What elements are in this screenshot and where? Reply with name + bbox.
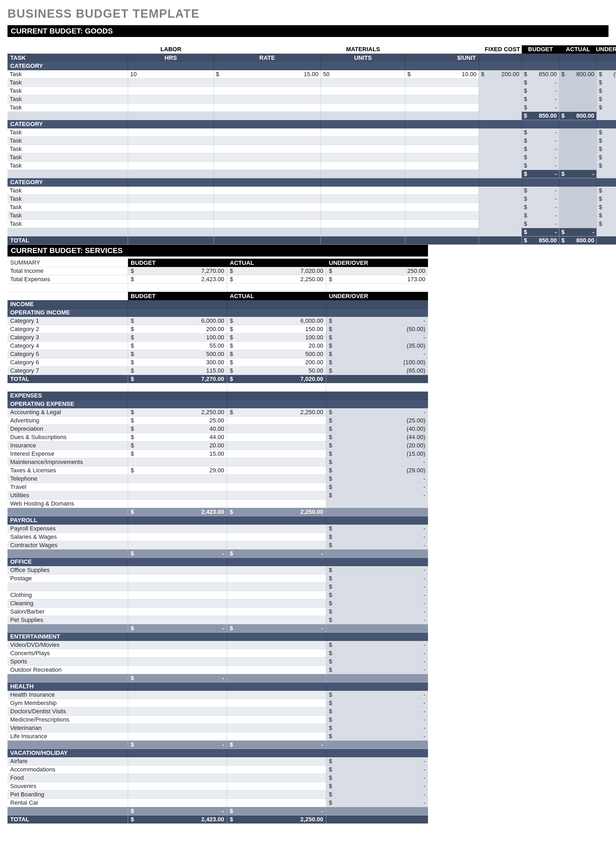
goods-actual[interactable]: $800.00 [559,70,597,79]
goods-task[interactable]: Task [8,203,128,212]
goods-units[interactable] [321,220,405,228]
exp-actual[interactable] [227,774,326,782]
exp-actual[interactable] [227,583,326,591]
goods-rate[interactable] [214,87,321,95]
exp-budget[interactable] [128,732,227,741]
exp-budget[interactable] [128,599,227,608]
goods-task[interactable]: Task [8,145,128,153]
exp-actual[interactable] [227,475,326,483]
income-budget[interactable]: $300.00 [128,358,227,367]
goods-units[interactable] [321,162,405,170]
goods-hrs[interactable] [128,79,214,87]
goods-units[interactable] [321,153,405,162]
exp-actual[interactable] [227,416,326,425]
goods-punit[interactable] [405,137,479,145]
exp-actual[interactable] [227,591,326,599]
goods-fixed[interactable] [479,145,522,153]
goods-rate[interactable] [214,137,321,145]
exp-budget[interactable]: $2,250.00 [128,408,227,416]
income-budget[interactable]: $500.00 [128,350,227,358]
goods-punit[interactable] [405,220,479,228]
exp-budget[interactable] [128,583,227,591]
income-budget[interactable]: $115.00 [128,367,227,375]
goods-task[interactable]: Task [8,137,128,145]
goods-hrs[interactable] [128,153,214,162]
goods-actual[interactable] [559,153,597,162]
goods-punit[interactable] [405,195,479,203]
exp-budget[interactable] [128,708,227,716]
goods-actual[interactable] [559,145,597,153]
goods-fixed[interactable] [479,137,522,145]
exp-budget[interactable] [128,757,227,766]
goods-actual[interactable] [559,162,597,170]
goods-task[interactable]: Task [8,70,128,79]
goods-hrs[interactable] [128,195,214,203]
exp-actual[interactable] [227,566,326,575]
exp-budget[interactable] [128,766,227,774]
exp-budget[interactable] [128,591,227,599]
exp-budget[interactable] [128,483,227,491]
goods-units[interactable] [321,128,405,137]
income-actual[interactable]: $500.00 [227,350,326,358]
goods-hrs[interactable] [128,145,214,153]
exp-budget[interactable] [128,657,227,666]
exp-actual[interactable] [227,441,326,450]
goods-punit[interactable]: $10.00 [405,70,479,79]
goods-fixed[interactable] [479,203,522,212]
income-budget[interactable]: $6,000.00 [128,317,227,325]
goods-hrs[interactable] [128,87,214,95]
goods-fixed[interactable] [479,128,522,137]
goods-units[interactable] [321,203,405,212]
goods-punit[interactable] [405,128,479,137]
goods-hrs[interactable] [128,95,214,104]
goods-rate[interactable] [214,95,321,104]
goods-hrs[interactable] [128,128,214,137]
goods-hrs[interactable] [128,220,214,228]
goods-rate[interactable] [214,153,321,162]
goods-hrs[interactable] [128,186,214,195]
exp-actual[interactable] [227,458,326,467]
income-actual[interactable]: $200.00 [227,358,326,367]
exp-actual[interactable] [227,608,326,616]
goods-fixed[interactable] [479,87,522,95]
goods-actual[interactable] [559,212,597,220]
exp-actual[interactable] [227,616,326,624]
goods-actual[interactable] [559,203,597,212]
goods-fixed[interactable] [479,162,522,170]
goods-fixed[interactable] [479,195,522,203]
exp-actual[interactable] [227,799,326,807]
goods-units[interactable] [321,104,405,112]
exp-budget[interactable] [128,475,227,483]
goods-hrs[interactable]: 10 [128,70,214,79]
goods-units[interactable] [321,195,405,203]
exp-budget[interactable] [128,649,227,657]
goods-rate[interactable] [214,186,321,195]
goods-rate[interactable] [214,220,321,228]
exp-actual[interactable] [227,691,326,699]
goods-punit[interactable] [405,87,479,95]
exp-budget[interactable]: $20.00 [128,441,227,450]
goods-rate[interactable] [214,195,321,203]
goods-rate[interactable] [214,128,321,137]
goods-hrs[interactable] [128,212,214,220]
exp-actual[interactable]: $2,250.00 [227,408,326,416]
goods-fixed[interactable] [479,104,522,112]
goods-units[interactable] [321,95,405,104]
exp-actual[interactable] [227,766,326,774]
exp-budget[interactable] [128,691,227,699]
goods-actual[interactable] [559,87,597,95]
exp-budget[interactable] [128,575,227,583]
exp-budget[interactable] [128,566,227,575]
goods-units[interactable] [321,212,405,220]
goods-hrs[interactable] [128,203,214,212]
goods-actual[interactable] [559,137,597,145]
exp-actual[interactable] [227,425,326,433]
goods-actual[interactable] [559,95,597,104]
exp-budget[interactable] [128,782,227,790]
exp-budget[interactable]: $25.00 [128,416,227,425]
exp-budget[interactable] [128,774,227,782]
exp-actual[interactable] [227,525,326,533]
exp-actual[interactable] [227,575,326,583]
exp-budget[interactable] [128,616,227,624]
exp-budget[interactable] [128,641,227,649]
